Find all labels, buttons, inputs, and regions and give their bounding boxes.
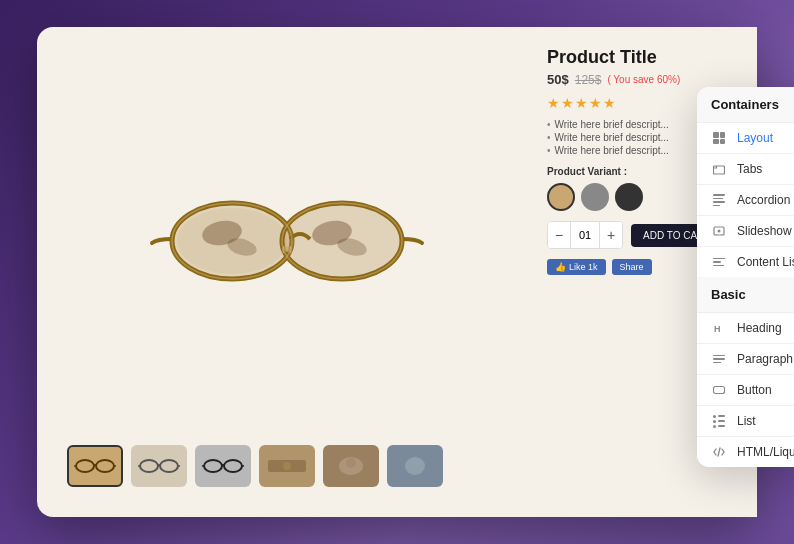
main-image-container [57,47,517,435]
svg-point-21 [410,459,420,469]
svg-point-10 [76,460,94,472]
list-icon [711,413,727,429]
svg-point-27 [721,234,722,235]
basic-title: Basic [711,287,746,302]
price-row: 50$ 125$ ( You save 60%) [547,72,742,87]
svg-point-19 [346,458,356,468]
variant-option-1[interactable] [547,183,575,211]
button-label: Button [737,383,772,397]
svg-rect-29 [714,387,725,394]
menu-item-content-list[interactable]: Content List [697,247,794,277]
svg-point-13 [160,460,178,472]
menu-item-html-liquid[interactable]: HTML/Liquid [697,437,794,467]
like-button[interactable]: 👍 Like 1k [547,259,606,275]
paragraph-label: Paragraph [737,352,793,366]
svg-rect-22 [714,166,725,174]
menu-item-layout[interactable]: Layout [697,123,794,154]
thumbnail-1[interactable] [67,445,123,487]
svg-point-14 [204,460,222,472]
tabs-label: Tabs [737,162,762,176]
thumbnail-3[interactable] [195,445,251,487]
quantity-minus-button[interactable]: − [548,222,570,248]
svg-point-17 [283,462,291,470]
thumbnail-6[interactable] [387,445,443,487]
menu-item-paragraph[interactable]: Paragraph [697,344,794,375]
dropdown-panel: Containers ∨ Layout [697,87,794,467]
svg-point-9 [284,246,290,252]
svg-point-11 [96,460,114,472]
price-current: 50$ [547,72,569,87]
containers-section: Containers ∨ Layout [697,87,794,277]
content-list-label: Content List [737,255,794,269]
main-card: Product Title 50$ 125$ ( You save 60%) ★… [37,27,757,517]
accordion-icon [711,192,727,208]
thumbnail-4[interactable] [259,445,315,487]
svg-point-15 [224,460,242,472]
main-glasses-image [137,171,437,311]
menu-item-accordion[interactable]: Accordion [697,185,794,216]
menu-item-tabs[interactable]: Tabs [697,154,794,185]
quantity-value: 01 [570,222,600,248]
html-liquid-label: HTML/Liquid [737,445,794,459]
svg-point-24 [718,230,721,233]
paragraph-icon [711,351,727,367]
button-icon [711,382,727,398]
accordion-label: Accordion [737,193,790,207]
layout-icon [711,130,727,146]
list-label: List [737,414,756,428]
thumbnail-5[interactable] [323,445,379,487]
svg-point-26 [718,234,719,235]
share-button[interactable]: Share [612,259,652,275]
like-icon: 👍 [555,262,566,272]
svg-point-25 [715,234,716,235]
containers-title: Containers [711,97,779,112]
containers-section-header[interactable]: Containers ∨ [697,87,794,123]
menu-item-slideshow[interactable]: Slideshow [697,216,794,247]
layout-label: Layout [737,131,773,145]
heading-icon: H [711,320,727,336]
menu-item-button[interactable]: Button [697,375,794,406]
thumbnail-2[interactable] [131,445,187,487]
variant-option-2[interactable] [581,183,609,211]
quantity-control: − 01 + [547,221,623,249]
slideshow-icon [711,223,727,239]
variant-option-3[interactable] [615,183,643,211]
thumbnail-row [57,445,517,487]
basic-section-header[interactable]: Basic ∨ [697,277,794,313]
svg-text:H: H [714,324,721,334]
menu-item-list[interactable]: List [697,406,794,437]
heading-label: Heading [737,321,782,335]
content-list-icon [711,254,727,270]
product-title: Product Title [547,47,742,68]
html-liquid-icon [711,444,727,460]
price-original: 125$ [575,73,602,87]
quantity-plus-button[interactable]: + [600,222,622,248]
tabs-icon [711,161,727,177]
menu-item-heading[interactable]: H Heading [697,313,794,344]
slideshow-label: Slideshow [737,224,792,238]
svg-point-12 [140,460,158,472]
product-area [37,27,537,517]
basic-section: Basic ∨ H Heading [697,277,794,467]
price-save: ( You save 60%) [607,74,680,85]
